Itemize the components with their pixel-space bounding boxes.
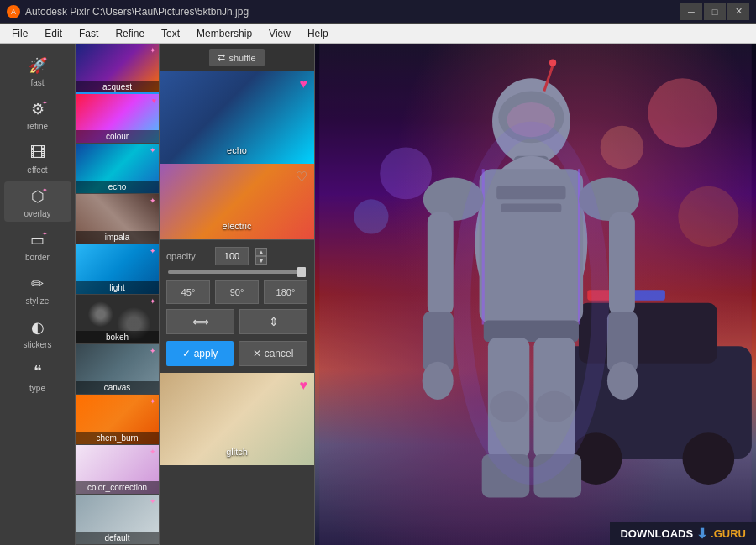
overlay-header: ⇄ shuffle (160, 44, 314, 71)
opacity-up[interactable]: ▲ (255, 248, 267, 256)
overlay-arrow: ✦ (42, 186, 48, 194)
tool-refine-label: refine (27, 122, 48, 131)
opacity-slider-container (166, 270, 307, 274)
fav-light[interactable]: ✦ (150, 247, 156, 255)
angle-45-button[interactable]: 45° (166, 280, 210, 304)
menu-text[interactable]: Text (153, 26, 188, 41)
menu-edit[interactable]: Edit (36, 26, 71, 41)
filter-acquest-label: acquest (76, 81, 159, 93)
cancel-cross: ✕ (253, 348, 261, 359)
tool-overlay[interactable]: ⬡ ✦ overlay (4, 181, 71, 222)
flip-vertical-button[interactable]: ⇕ (239, 309, 307, 334)
angle-180-button[interactable]: 180° (264, 280, 307, 304)
overlay-echo[interactable]: ♥ echo (160, 71, 314, 164)
filter-default[interactable]: ✦ default (76, 495, 159, 545)
filter-colour[interactable]: ♥ colour (76, 94, 159, 144)
overlay-glitch-label: glitch (160, 445, 314, 459)
tool-border[interactable]: ▭ ✦ border (4, 225, 71, 265)
filter-canvas-label: canvas (76, 381, 159, 394)
angle-90-button[interactable]: 90° (215, 280, 259, 304)
overlay-glitch[interactable]: ♥ glitch (160, 373, 314, 465)
opacity-down[interactable]: ▼ (255, 256, 267, 265)
opacity-input[interactable]: 100 (215, 247, 249, 265)
canvas-svg (315, 44, 756, 545)
window-controls[interactable]: ─ □ ✕ (680, 3, 749, 20)
filter-bokeh-label: bokeh (76, 331, 159, 343)
overlay-electric-label: electric (160, 219, 314, 233)
filter-light-label: light (76, 281, 159, 294)
overlay-electric[interactable]: ♡ electric (160, 164, 314, 239)
controls-section: opacity 100 ▲ ▼ 45° 90 (160, 239, 314, 373)
filter-impala[interactable]: ✦ impala (76, 194, 159, 244)
menu-view[interactable]: View (260, 26, 299, 41)
fav-canvas[interactable]: ✦ (150, 347, 156, 355)
minimize-button[interactable]: ─ (680, 3, 702, 20)
apply-label: apply (194, 348, 218, 359)
tool-type-label: type (29, 384, 45, 393)
fast-arrow: ✦ (42, 55, 48, 63)
type-icon: ❝ (26, 359, 50, 383)
apply-button[interactable]: ✓ apply (166, 341, 234, 366)
title-bar: A Autodesk Pixlr C:\Users\Raul\Pictures\… (0, 0, 756, 24)
watermark-suffix: .GURU (711, 527, 746, 540)
menu-help[interactable]: Help (299, 26, 337, 41)
tool-sidebar: 🚀 ✦ fast ⚙ ✦ refine 🎞 effect ⬡ ✦ overlay (0, 44, 76, 545)
fav-default[interactable]: ✦ (150, 497, 156, 506)
fav-acquest[interactable]: ✦ (150, 46, 156, 55)
close-button[interactable]: ✕ (727, 3, 749, 20)
filter-acquest[interactable]: ✦ acquest (76, 44, 159, 94)
filter-light[interactable]: ✦ light (76, 244, 159, 295)
fav-chem[interactable]: ✦ (150, 397, 156, 406)
tool-fast[interactable]: 🚀 ✦ fast (4, 50, 71, 91)
maximize-button[interactable]: □ (704, 3, 726, 20)
menu-fast[interactable]: Fast (71, 26, 107, 41)
tool-fast-label: fast (30, 78, 44, 87)
filter-color-correction[interactable]: ✦ color_correction (76, 445, 159, 495)
filter-echo[interactable]: ✦ echo (76, 144, 159, 194)
opacity-slider-track[interactable] (168, 270, 306, 274)
fav-colour[interactable]: ♥ (152, 97, 156, 105)
opacity-slider-thumb[interactable] (297, 267, 306, 277)
filter-default-label: default (76, 532, 159, 544)
menu-file[interactable]: File (3, 26, 36, 41)
fav-bokeh[interactable]: ✦ (150, 297, 156, 306)
overlay-grid: ♥ echo ♡ electric opacity 100 ▲ ▼ (160, 71, 314, 545)
flip-horizontal-button[interactable]: ⟺ (166, 309, 234, 334)
effect-icon: 🎞 (26, 141, 50, 165)
download-icon: ⬇ (696, 526, 707, 542)
filter-echo-label: echo (76, 181, 159, 193)
filter-bokeh[interactable]: ✦ bokeh (76, 295, 159, 345)
fav-colorcorr[interactable]: ✦ (150, 448, 156, 456)
watermark-prefix: DOWNLOADS (620, 527, 693, 540)
title-bar-left: A Autodesk Pixlr C:\Users\Raul\Pictures\… (7, 5, 249, 18)
fav-echo[interactable]: ✦ (150, 146, 156, 155)
opacity-slider-fill (168, 270, 306, 274)
fav-impala[interactable]: ✦ (150, 197, 156, 205)
angle-row: 45° 90° 180° (166, 280, 307, 304)
tool-stickers-label: stickers (24, 340, 52, 349)
tool-overlay-label: overlay (24, 209, 50, 218)
menu-membership[interactable]: Membership (188, 26, 260, 41)
filter-colour-label: colour (76, 130, 159, 143)
menu-refine[interactable]: Refine (107, 26, 153, 41)
opacity-row: opacity 100 ▲ ▼ (166, 247, 307, 265)
cancel-button[interactable]: ✕ cancel (239, 341, 307, 366)
fav-glitch-overlay[interactable]: ♥ (300, 378, 308, 393)
filter-colorcorr-label: color_correction (76, 481, 159, 494)
tool-stylize[interactable]: ✏ stylize (4, 269, 71, 309)
tool-refine[interactable]: ⚙ ✦ refine (4, 94, 71, 134)
refine-arrow: ✦ (42, 99, 48, 107)
border-arrow: ✦ (42, 230, 48, 238)
tool-stickers[interactable]: ◐ stickers (4, 312, 71, 353)
title-bar-text: Autodesk Pixlr C:\Users\Raul\Pictures\5k… (25, 6, 249, 18)
fav-electric-overlay[interactable]: ♡ (296, 169, 307, 185)
shuffle-label: shuffle (228, 53, 255, 63)
tool-effect[interactable]: 🎞 effect (4, 138, 71, 178)
shuffle-button[interactable]: ⇄ shuffle (209, 49, 264, 66)
tool-type[interactable]: ❝ type (4, 356, 71, 396)
fav-echo-overlay[interactable]: ♥ (300, 76, 308, 92)
tool-border-label: border (25, 253, 50, 262)
filter-chem-burn[interactable]: ✦ chem_burn (76, 395, 159, 445)
tool-stylize-label: stylize (26, 296, 50, 306)
filter-canvas[interactable]: ✦ canvas (76, 344, 159, 395)
